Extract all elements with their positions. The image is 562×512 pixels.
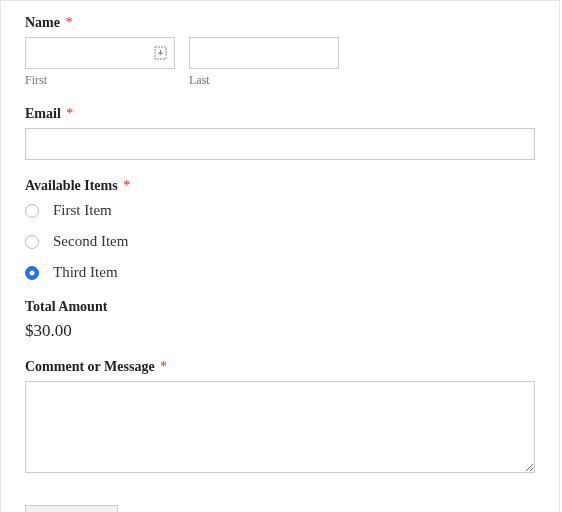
radio-label: First Item [53, 202, 112, 219]
submit-button[interactable]: Submit [25, 505, 118, 512]
email-label: Email * [25, 106, 535, 122]
first-name-col: First [25, 37, 175, 88]
radio-label: Third Item [53, 264, 118, 281]
radio-label: Second Item [53, 233, 128, 250]
name-label-text: Name [25, 15, 60, 30]
total-amount-label-text: Total Amount [25, 299, 107, 314]
email-input[interactable] [25, 128, 535, 160]
radio-item-second[interactable]: Second Item [25, 233, 535, 250]
first-name-sublabel: First [25, 73, 175, 88]
last-name-sublabel: Last [189, 73, 339, 88]
last-name-col: Last [189, 37, 339, 88]
comment-textarea[interactable] [25, 381, 535, 473]
radio-list: First Item Second Item Third Item [25, 202, 535, 281]
email-field-group: Email * [25, 106, 535, 160]
total-amount-field-group: Total Amount $30.00 [25, 299, 535, 341]
name-field-group: Name * First Last [25, 15, 535, 88]
name-label: Name * [25, 15, 535, 31]
total-amount-value: $30.00 [25, 321, 535, 341]
available-items-required-mark: * [123, 178, 130, 193]
radio-icon-selected [25, 266, 39, 280]
radio-item-third[interactable]: Third Item [25, 264, 535, 281]
form-container: Name * First Last Email * [0, 0, 560, 512]
available-items-label-text: Available Items [25, 178, 118, 193]
email-label-text: Email [25, 106, 61, 121]
comment-required-mark: * [160, 359, 167, 374]
comment-label-text: Comment or Message [25, 359, 155, 374]
last-name-input[interactable] [189, 37, 339, 69]
total-amount-label: Total Amount [25, 299, 535, 315]
first-name-input[interactable] [25, 37, 175, 69]
radio-icon [25, 204, 39, 218]
radio-item-first[interactable]: First Item [25, 202, 535, 219]
available-items-label: Available Items * [25, 178, 535, 194]
comment-field-group: Comment or Message * [25, 359, 535, 477]
name-row: First Last [25, 37, 535, 88]
available-items-field-group: Available Items * First Item Second Item… [25, 178, 535, 281]
radio-icon [25, 235, 39, 249]
email-required-mark: * [66, 106, 73, 121]
comment-label: Comment or Message * [25, 359, 535, 375]
name-required-mark: * [66, 15, 73, 30]
